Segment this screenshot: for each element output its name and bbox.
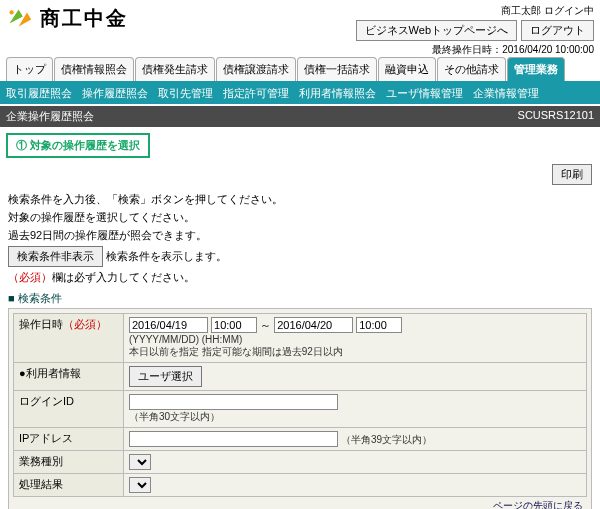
page-top-link[interactable]: ページの先頭に戻る bbox=[493, 500, 583, 509]
instruction-2: 対象の操作履歴を選択してください。 bbox=[8, 210, 592, 225]
required-note: 欄は必ず入力してください。 bbox=[52, 271, 195, 283]
tab-yushi[interactable]: 融資申込 bbox=[378, 57, 436, 81]
tab-sonota[interactable]: その他請求 bbox=[437, 57, 506, 81]
toggle-conditions-note: 検索条件を表示します。 bbox=[106, 250, 227, 262]
biztype-select[interactable] bbox=[129, 454, 151, 470]
tab-hassei[interactable]: 債権発生請求 bbox=[135, 57, 215, 81]
tab-kanri[interactable]: 管理業務 bbox=[507, 57, 565, 81]
brand-logo-icon bbox=[6, 4, 34, 32]
label-biztype: 業務種別 bbox=[14, 451, 124, 474]
logout-button[interactable]: ログアウト bbox=[521, 20, 594, 41]
screen-id: SCUSRS12101 bbox=[518, 109, 594, 124]
subnav-torihiki[interactable]: 取引履歴照会 bbox=[6, 86, 72, 101]
subnav-shitei[interactable]: 指定許可管理 bbox=[223, 86, 289, 101]
instruction-1: 検索条件を入力後、「検索」ボタンを押してください。 bbox=[8, 192, 592, 207]
user-select-button[interactable]: ユーザ選択 bbox=[129, 366, 202, 387]
page-title: 企業操作履歴照会 bbox=[6, 109, 94, 124]
datetime-note: 本日以前を指定 指定可能な期間は過去92日以内 bbox=[129, 346, 343, 357]
tab-saiken-shokai[interactable]: 債権情報照会 bbox=[54, 57, 134, 81]
tab-joto[interactable]: 債権譲渡請求 bbox=[216, 57, 296, 81]
required-marker: （必須） bbox=[8, 271, 52, 283]
subnav-riyosha[interactable]: 利用者情報照会 bbox=[299, 86, 376, 101]
to-time-input[interactable] bbox=[356, 317, 402, 333]
step-indicator: ① 対象の操作履歴を選択 bbox=[6, 133, 150, 158]
subnav-sosa[interactable]: 操作履歴照会 bbox=[82, 86, 148, 101]
to-date-input[interactable] bbox=[274, 317, 353, 333]
svg-point-0 bbox=[10, 10, 14, 14]
label-datetime: 操作日時（必須） bbox=[14, 314, 124, 363]
login-user: 商工太郎 ログイン中 bbox=[356, 4, 594, 18]
label-loginid: ログインID bbox=[14, 391, 124, 428]
section-search-conditions: 検索条件 bbox=[8, 291, 592, 306]
from-time-input[interactable] bbox=[211, 317, 257, 333]
main-tabs: トップ 債権情報照会 債権発生請求 債権譲渡請求 債権一括請求 融資申込 その他… bbox=[0, 57, 600, 83]
brand-name: 商工中金 bbox=[40, 5, 128, 32]
label-result: 処理結果 bbox=[14, 474, 124, 497]
loginid-input[interactable] bbox=[129, 394, 338, 410]
last-operation-time: 最終操作日時：2016/04/20 10:00:00 bbox=[356, 43, 594, 57]
tab-ikkatsu[interactable]: 債権一括請求 bbox=[297, 57, 377, 81]
subnav-torihikisaki[interactable]: 取引先管理 bbox=[158, 86, 213, 101]
subnav-kigyo[interactable]: 企業情報管理 bbox=[473, 86, 539, 101]
label-userinfo: ●利用者情報 bbox=[14, 363, 124, 391]
tab-top[interactable]: トップ bbox=[6, 57, 53, 81]
loginid-hint: （半角30文字以内） bbox=[129, 411, 220, 422]
ip-input[interactable] bbox=[129, 431, 338, 447]
from-date-input[interactable] bbox=[129, 317, 208, 333]
datetime-format: (YYYY/MM/DD) (HH:MM) bbox=[129, 334, 242, 345]
biz-top-button[interactable]: ビジネスWebトップページへ bbox=[356, 20, 517, 41]
label-ip: IPアドレス bbox=[14, 428, 124, 451]
result-select[interactable] bbox=[129, 477, 151, 493]
sub-nav: 取引履歴照会 操作履歴照会 取引先管理 指定許可管理 利用者情報照会 ユーザ情報… bbox=[0, 83, 600, 104]
toggle-conditions-button[interactable]: 検索条件非表示 bbox=[8, 246, 103, 267]
subnav-user[interactable]: ユーザ情報管理 bbox=[386, 86, 463, 101]
print-button-top[interactable]: 印刷 bbox=[552, 164, 592, 185]
ip-hint: （半角39文字以内） bbox=[341, 434, 432, 445]
instruction-3: 過去92日間の操作履歴が照会できます。 bbox=[8, 228, 592, 243]
